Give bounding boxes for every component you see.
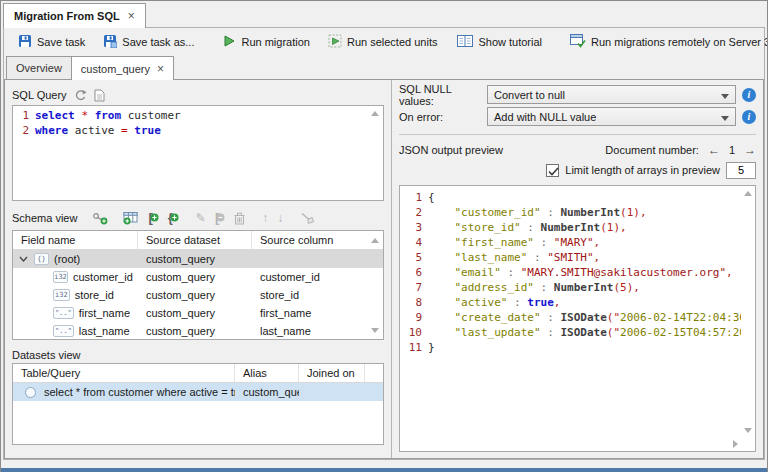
close-subtab-icon[interactable]: ×	[157, 62, 164, 76]
token-red: ,	[554, 296, 561, 309]
expand-chevron-icon[interactable]	[19, 256, 28, 262]
clean-schema-icon[interactable]	[300, 212, 315, 225]
sql-query-editor[interactable]: 1select * from customer2where active = t…	[12, 105, 384, 201]
datasets-table: Table/Query Alias Joined on select * fro…	[12, 363, 384, 445]
code-line: 4 "first_name" : "MARY",	[400, 235, 741, 250]
column-header-source-column[interactable]: Source column	[252, 231, 383, 249]
column-header-joined-on[interactable]: Joined on	[299, 364, 365, 382]
on-error-info-icon[interactable]: i	[742, 110, 756, 124]
close-tab-icon[interactable]: ×	[128, 9, 135, 23]
left-pane: SQL Query 1select * from customer2where …	[5, 80, 391, 458]
main-tabbar: Migration From SQL ×	[3, 3, 765, 28]
token-key: "store_id"	[455, 221, 521, 234]
toolbar: Save task Save task as... Run migration …	[4, 28, 764, 56]
document-number-label: Document number:	[605, 144, 699, 156]
token-pl	[428, 206, 455, 219]
section-divider	[399, 134, 756, 135]
next-document-icon[interactable]: →	[744, 143, 756, 157]
column-header-source-dataset[interactable]: Source dataset	[138, 231, 252, 249]
code-text: "email" : "MARY.SMITH@sakilacustomer.org…	[422, 265, 733, 280]
content: SQL Query 1select * from customer2where …	[4, 79, 764, 459]
joined-on-cell	[299, 383, 365, 401]
previous-document-icon[interactable]: ←	[708, 143, 720, 157]
token-kw: where	[35, 124, 68, 137]
json-preview-editor[interactable]: 1{2 "customer_id" : NumberInt(1),3 "stor…	[399, 185, 756, 452]
token-red: ("	[607, 311, 620, 324]
run-icon	[222, 34, 236, 50]
code-text: "customer_id" : NumberInt(1),	[422, 205, 647, 220]
string-type-icon: ".."	[53, 325, 74, 337]
tab-overview[interactable]: Overview	[6, 56, 72, 79]
save-task-button[interactable]: Save task	[10, 30, 93, 54]
show-tutorial-button[interactable]: Show tutorial	[449, 31, 550, 53]
json-scroll-down-icon[interactable]	[744, 428, 752, 433]
remove-array-item-icon[interactable]: [	[215, 212, 225, 224]
dataset-row[interactable]: select * from customer where active = tr…	[13, 383, 383, 401]
token-ctor: ISODate	[560, 311, 606, 324]
json-horizontal-scrollbar[interactable]	[400, 438, 742, 451]
source-column-cell: last_name	[252, 322, 383, 340]
schema-row[interactable]: ".."first_namecustom_queryfirst_name	[13, 304, 383, 322]
move-up-icon[interactable]: ↑	[262, 212, 268, 224]
column-header-field-name[interactable]: Field name	[13, 231, 138, 249]
token-key: "customer_id"	[455, 206, 541, 219]
json-scroll-right-icon[interactable]	[733, 440, 738, 448]
add-field-icon[interactable]	[123, 211, 139, 225]
json-scroll-up-icon[interactable]	[744, 191, 752, 196]
source-column-cell: first_name	[252, 304, 383, 322]
token-key: "last_name"	[455, 251, 528, 264]
limit-arrays-checkbox[interactable]	[546, 164, 559, 177]
token-colon: :	[501, 266, 521, 279]
schema-scroll-up-icon[interactable]	[371, 238, 379, 243]
schema-row[interactable]: {}(root)custom_query	[13, 250, 383, 268]
line-number: 8	[400, 295, 422, 310]
column-header-table-query[interactable]: Table/Query	[13, 364, 235, 382]
field-name-cell: ".."first_name	[13, 304, 138, 322]
tab-migration-from-sql[interactable]: Migration From SQL ×	[3, 3, 146, 28]
save-as-icon	[103, 34, 117, 50]
schema-row[interactable]: i32store_idcustom_querystore_id	[13, 286, 383, 304]
move-down-icon[interactable]: ↓	[277, 212, 283, 224]
edit-field-icon[interactable]: ✎	[196, 212, 206, 224]
token-red: ,	[633, 281, 640, 294]
json-vertical-scrollbar[interactable]	[742, 186, 755, 438]
token-pl	[88, 109, 95, 122]
run-migration-button[interactable]: Run migration	[214, 30, 317, 54]
schema-scroll-down-icon[interactable]	[371, 328, 379, 333]
save-task-as-button[interactable]: Save task as...	[95, 30, 202, 54]
chevron-down-icon	[721, 116, 729, 121]
source-column-cell: store_id	[252, 286, 383, 304]
run-selected-units-button[interactable]: Run selected units	[320, 30, 446, 54]
sql-scroll-up-icon[interactable]	[371, 111, 379, 116]
token-op: =	[121, 124, 128, 137]
add-object-icon[interactable]: {	[168, 212, 179, 224]
document-icon[interactable]	[94, 89, 105, 102]
token-kw: from	[95, 109, 122, 122]
run-remote-button[interactable]: Run migrations remotely on Server 3T	[562, 30, 768, 54]
sql-null-values-dropdown[interactable]: Convert to null	[487, 85, 736, 104]
line-number: 4	[400, 235, 422, 250]
line-number: 6	[400, 265, 422, 280]
limit-arrays-input[interactable]	[726, 162, 756, 179]
schema-row[interactable]: i32customer_idcustom_querycustomer_id	[13, 268, 383, 286]
field-name-cell: i32store_id	[13, 286, 138, 304]
subtabbar: Overview custom_query ×	[4, 56, 764, 79]
refresh-icon[interactable]	[74, 89, 87, 102]
code-line: 9 "create_date" : ISODate("2006-02-14T22…	[400, 310, 741, 325]
field-name: (root)	[54, 253, 80, 265]
on-error-dropdown[interactable]: Add with NULL value	[487, 107, 736, 126]
code-line: 1{	[400, 190, 741, 205]
sql-null-info-icon[interactable]: i	[742, 88, 756, 102]
add-array-icon[interactable]: [	[148, 212, 158, 224]
schema-toolbar: [ { ✎ [ ↑ ↓	[92, 211, 315, 225]
line-number: 5	[400, 250, 422, 265]
line-number: 2	[400, 205, 422, 220]
column-header-alias[interactable]: Alias	[235, 364, 299, 382]
delete-field-icon[interactable]	[234, 212, 245, 225]
map-fields-icon[interactable]	[92, 212, 108, 225]
token-red: (	[600, 221, 607, 234]
schema-row[interactable]: ".."last_namecustom_querylast_name	[13, 322, 383, 340]
chevron-down-icon	[721, 94, 729, 99]
tab-custom-query[interactable]: custom_query ×	[71, 56, 174, 80]
sql-query-label: SQL Query	[12, 89, 67, 101]
